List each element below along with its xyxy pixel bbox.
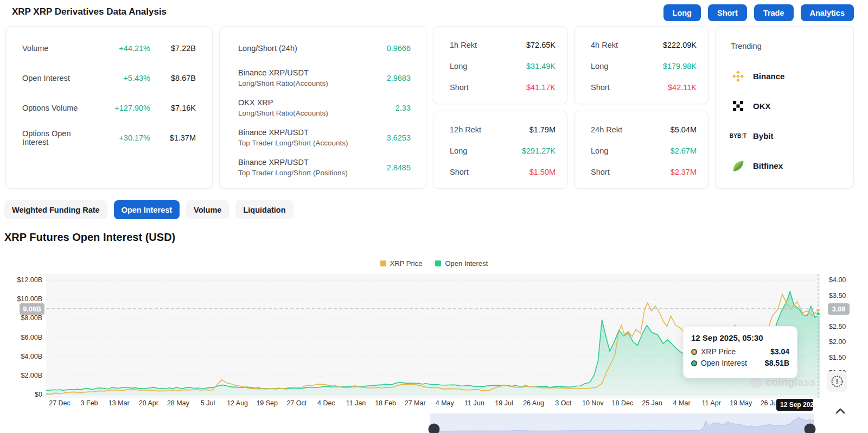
- stats-row: Open Interest+5.43%$8.67B: [22, 63, 196, 93]
- ratio-value: 2.9683: [387, 74, 411, 82]
- chart-navigator[interactable]: [0, 413, 868, 433]
- x-axis-label: 13 Mar: [108, 399, 130, 407]
- ratio-label: Binance XRP/USDT: [238, 68, 387, 77]
- header-actions: LongShortTradeAnalytics: [663, 4, 854, 21]
- ratio-labels: OKX XRPLong/Short Ratio(Accounts): [238, 98, 395, 117]
- x-axis-label: 27 Dec: [49, 399, 71, 407]
- trending-item-label: OKX: [753, 101, 771, 111]
- stats-rows: Volume+44.21%$7.22BOpen Interest+5.43%$8…: [22, 33, 196, 152]
- y-axis-label-left: $8.00B: [0, 314, 42, 322]
- stats-value: $8.67B: [150, 74, 196, 82]
- rekt-title-row: 12h Rekt$1.79M: [450, 119, 556, 140]
- ratio-labels: Binance XRP/USDTTop Trader Long/Short (A…: [238, 128, 387, 147]
- rekt-row-label: Long: [591, 147, 608, 155]
- ratio-label: Binance XRP/USDT: [238, 158, 387, 167]
- rekt-title-row: 24h Rekt$5.04M: [591, 119, 697, 140]
- bitfinex-icon: [731, 158, 745, 173]
- x-axis-label: 19 Sep: [256, 399, 278, 407]
- series-dot-icon: [691, 360, 697, 366]
- ratio-row: OKX XRPLong/Short Ratio(Accounts)2.33: [238, 93, 411, 123]
- rekt-period-label: 12h Rekt: [450, 125, 481, 134]
- rekt-period-label: 24h Rekt: [591, 125, 622, 134]
- tab-open-interest[interactable]: Open Interest: [114, 200, 180, 219]
- header-button-long[interactable]: Long: [663, 4, 701, 21]
- y-axis-label-left: $0: [0, 391, 42, 398]
- rekt-period-label: 1h Rekt: [450, 41, 477, 49]
- derivatives-dashboard: XRP XRP Derivatives Data Analysis LongSh…: [0, 0, 868, 433]
- alert-button[interactable]: !: [827, 371, 847, 392]
- header-button-trade[interactable]: Trade: [754, 4, 794, 21]
- ratio-sublabel: Top Trader Long/Short (Accounts): [238, 139, 387, 147]
- rekt-card-4h-rekt: 4h Rekt$222.09KLong$179.98KShort$42.11K: [574, 26, 709, 104]
- okx-icon: [731, 99, 745, 113]
- rekt-row-label: Long: [450, 62, 467, 71]
- y-axis-label-left: $2.00B: [0, 372, 42, 379]
- trending-item-bybit[interactable]: BYB!TBybit: [731, 121, 844, 151]
- x-axis-label: 3 Oct: [555, 399, 571, 407]
- legend-label: XRP Price: [390, 259, 423, 268]
- x-axis-label: 4 Mar: [673, 399, 691, 407]
- x-axis-label: 5 Jul: [201, 399, 215, 407]
- ratio-label: OKX XRP: [238, 98, 395, 107]
- x-axis-label: 4 Dec: [317, 399, 335, 407]
- current-open-interest-badge: 9.06B: [20, 303, 44, 315]
- rekt-row-label: Short: [591, 83, 610, 92]
- header-button-analytics[interactable]: Analytics: [801, 4, 854, 21]
- stats-value: $7.22B: [150, 44, 196, 53]
- legend-item-open-interest[interactable]: Open Interest: [435, 259, 488, 268]
- svg-text:!: !: [836, 378, 838, 386]
- binance-icon: [731, 69, 745, 84]
- legend-swatch: [380, 260, 386, 266]
- x-axis-label: 28 May: [167, 399, 189, 407]
- rekt-title-row: 1h Rekt$72.65K: [450, 34, 556, 55]
- stats-row: Options Open Interest+30.17%$1.37M: [22, 123, 196, 152]
- trending-item-binance[interactable]: Binance: [731, 61, 844, 91]
- rekt-row-long: Long$179.98K: [591, 55, 697, 77]
- trending-item-bitfinex[interactable]: Bitfinex: [731, 151, 844, 181]
- ratio-sublabel: Top Trader Long/Short (Positions): [238, 169, 387, 177]
- ratio-labels: Binance XRP/USDTTop Trader Long/Short (P…: [238, 158, 387, 177]
- x-axis-label: 20 Apr: [139, 399, 158, 407]
- stats-value: $1.37M: [150, 133, 196, 142]
- header-button-short[interactable]: Short: [708, 4, 747, 21]
- rekt-row-long: Long$291.27K: [450, 140, 556, 161]
- x-axis-label: 19 May: [730, 399, 752, 407]
- tab-liquidation[interactable]: Liquidation: [235, 200, 293, 219]
- ratio-labels: Binance XRP/USDTLong/Short Ratio(Account…: [238, 68, 387, 87]
- page-title: XRP XRP Derivatives Data Analysis: [12, 7, 167, 17]
- rekt-row-value: $1.50M: [529, 168, 556, 176]
- legend-item-xrp-price[interactable]: XRP Price: [380, 259, 423, 268]
- chevron-up-icon: [835, 407, 845, 414]
- rekt-row-value: $2.67M: [671, 147, 697, 155]
- tooltip-series-value: $8.51B: [765, 359, 789, 367]
- rekt-row-label: Long: [450, 147, 467, 155]
- tab-weighted-funding-rate[interactable]: Weighted Funding Rate: [4, 200, 107, 219]
- rekt-row-short: Short$1.50M: [450, 161, 556, 182]
- rekt-total-value: $72.65K: [526, 41, 556, 49]
- tab-volume[interactable]: Volume: [186, 200, 229, 219]
- x-axis-label: 3 Feb: [81, 399, 98, 407]
- tooltip-series-value: $3.04: [770, 347, 789, 356]
- ratio-value: 2.33: [395, 104, 411, 112]
- tooltip-timestamp: 12 Sep 2025, 05:30: [691, 333, 789, 342]
- stats-value: $7.16K: [150, 104, 196, 112]
- y-axis-label-right: $2.50: [829, 323, 846, 330]
- y-axis-label-right: $2.00: [829, 338, 846, 346]
- rekt-row-label: Short: [591, 168, 610, 176]
- stats-label: Open Interest: [22, 74, 98, 82]
- trending-item-label: Bitfinex: [753, 161, 783, 170]
- stats-row: Options Volume+127.90%$7.16K: [22, 93, 196, 123]
- rekt-row-value: $291.27K: [522, 147, 556, 155]
- chart-legend: XRP PriceOpen Interest: [0, 259, 868, 268]
- collapse-navigator-button[interactable]: [834, 404, 847, 417]
- ratio-sublabel: Long/Short Ratio(Accounts): [238, 109, 395, 117]
- rekt-row-value: $42.11K: [668, 83, 697, 92]
- ratio-row: Long/Short (24h)0.9666: [238, 33, 411, 63]
- legend-label: Open Interest: [445, 259, 488, 268]
- y-axis-label-right: $4.00: [829, 276, 846, 284]
- trending-item-okx[interactable]: OKX: [731, 91, 844, 121]
- navigator-canvas[interactable]: [0, 413, 868, 433]
- current-price-badge: 3.09: [828, 303, 850, 315]
- x-axis-label: 18 Dec: [612, 399, 634, 407]
- rekt-row-long: Long$31.49K: [450, 55, 556, 77]
